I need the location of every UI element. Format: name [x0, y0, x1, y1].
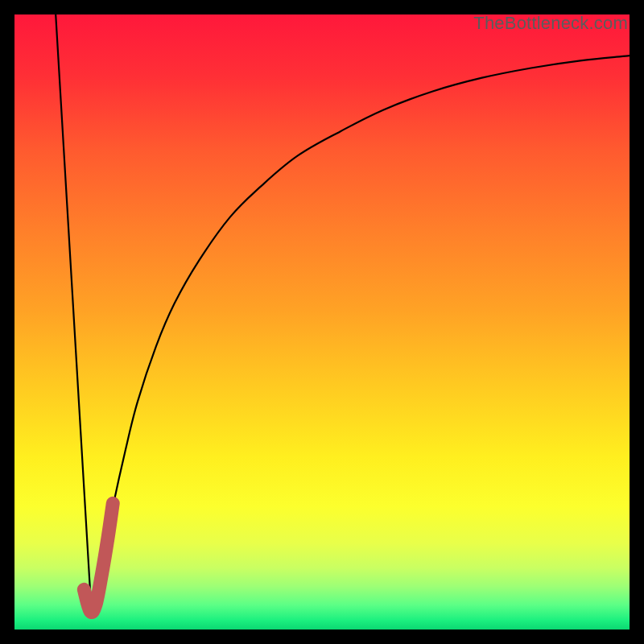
watermark-text: TheBottleneck.com	[473, 13, 628, 34]
chart-frame: TheBottleneck.com	[0, 0, 644, 644]
chart-svg	[14, 14, 630, 630]
plot-area: TheBottleneck.com	[14, 14, 630, 630]
